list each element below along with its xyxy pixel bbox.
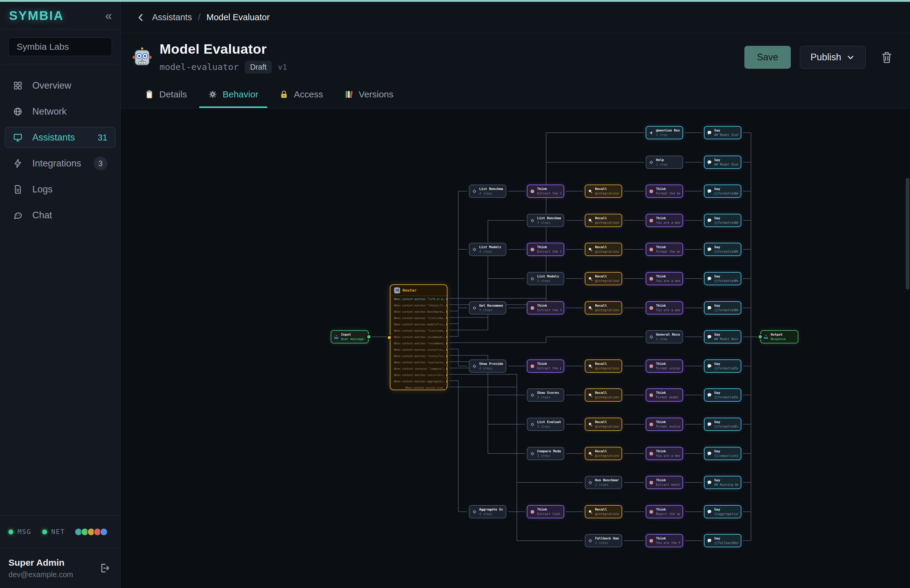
node-port[interactable] xyxy=(446,367,447,370)
flow-node-aggregate-scores-say[interactable]: Say{{aggregationR… xyxy=(704,505,742,519)
save-button[interactable]: Save xyxy=(744,46,791,69)
flow-node-list-benchmarks-recall[interactable]: Recall@integrations.… xyxy=(585,184,622,198)
node-port[interactable] xyxy=(446,342,447,345)
flow-node-aggregate-scores-think[interactable]: ThinkExtract task t… xyxy=(527,505,564,519)
sidebar-item-assistants[interactable]: Assistants31 xyxy=(5,127,115,148)
publish-button[interactable]: Publish xyxy=(800,46,866,69)
flow-node-run-benchmark-say[interactable]: Say## Running Ben… xyxy=(704,476,742,489)
flow-node-show-providers-think[interactable]: ThinkExtract the pr… xyxy=(527,359,564,373)
tab-details[interactable]: Details xyxy=(136,81,196,107)
logout-icon[interactable] xyxy=(99,562,110,574)
flow-node-get-recommendation-think[interactable]: ThinkYou are a mode… xyxy=(646,301,683,315)
flow-node-show-providers-think[interactable]: ThinkFormat scores … xyxy=(646,359,683,373)
flow-node-list-models-think[interactable]: ThinkYou are a mode… xyxy=(646,272,683,285)
flow-node-input[interactable]: InputUser message xyxy=(331,330,369,344)
flow-node-list-models-for[interactable]: List Models f…4 steps xyxy=(469,243,506,256)
flow-node-list-models-recall[interactable]: Recall@integrations.… xyxy=(585,272,622,285)
flow-node-mention-response[interactable]: @mention Resp…1 step xyxy=(646,126,683,139)
flow-node-list-models-say[interactable]: Say{{formattedMod… xyxy=(704,272,742,285)
flow-node-list-benchmarks-all[interactable]: List Benchmar…3 steps xyxy=(527,214,564,227)
tab-behavior[interactable]: Behavior xyxy=(199,81,267,107)
flow-node-router[interactable]: RouterWhen content matches ^\s*$ or m…Wh… xyxy=(390,284,447,390)
node-port[interactable] xyxy=(446,297,447,300)
flow-node-list-models-for-think[interactable]: ThinkExtract the ta… xyxy=(527,243,564,256)
flow-canvas[interactable]: InputUser messageOutputResponse@mention … xyxy=(121,108,910,588)
sidebar-item-chat[interactable]: Chat xyxy=(5,205,115,226)
flow-node-fallback-handler-say[interactable]: Say{{fallbackResp… xyxy=(704,534,742,547)
flow-node-list-models-for-recall[interactable]: Recall@integrations.… xyxy=(585,243,622,256)
node-port[interactable] xyxy=(446,323,447,326)
flow-node-list-benchmarks-all-recall[interactable]: Recall@integrations.… xyxy=(585,214,622,227)
flow-node-fallback-handler[interactable]: Fallback Hand…2 steps xyxy=(585,534,622,547)
assistant-slug: model-evaluator xyxy=(160,62,239,72)
flow-node-show-providers[interactable]: Show Provider…4 steps xyxy=(469,359,506,373)
flow-node-help-say[interactable]: Say## Model Evalu… xyxy=(704,156,742,169)
flow-node-get-recommendation-recall[interactable]: Recall@integrations.… xyxy=(585,301,622,315)
workspace-selector[interactable]: Symbia Labs xyxy=(8,37,112,56)
breadcrumb-assistants[interactable]: Assistants xyxy=(152,12,192,22)
tab-versions[interactable]: Versions xyxy=(335,81,403,107)
node-port[interactable] xyxy=(446,386,447,389)
flow-node-compare-models-think[interactable]: ThinkYou are a mode… xyxy=(646,447,683,460)
flow-node-show-scores-say[interactable]: Say{{formattedSco… xyxy=(704,388,742,402)
flow-node-run-benchmark[interactable]: Run Benchmark2 steps xyxy=(585,476,622,489)
flow-node-show-providers-recall[interactable]: Recall@integrations.… xyxy=(585,359,622,373)
delete-icon[interactable] xyxy=(880,51,894,64)
flow-node-show-scores-think[interactable]: ThinkFormat model s… xyxy=(646,388,683,402)
node-port[interactable] xyxy=(446,335,447,339)
node-port[interactable] xyxy=(446,348,447,351)
node-port[interactable] xyxy=(446,329,447,332)
sidebar-item-overview[interactable]: Overview xyxy=(5,75,115,96)
flow-node-aggregate-scores[interactable]: Aggregate Sco…4 steps xyxy=(469,505,506,519)
flow-node-mention-response-say[interactable]: Say## Model Evalu… xyxy=(704,126,742,139)
flow-node-list-models-for-say[interactable]: Say{{formattedMod… xyxy=(704,243,742,256)
flow-node-get-recommendation-say[interactable]: Say{{formattedRec… xyxy=(704,301,742,315)
flow-node-list-models[interactable]: List Models3 steps xyxy=(527,272,564,285)
flow-node-output[interactable]: OutputResponse xyxy=(760,330,798,344)
flow-node-list-benchmarks-think[interactable]: ThinkFormat the ben… xyxy=(646,184,683,198)
node-port[interactable] xyxy=(446,316,447,320)
canvas-scrollbar[interactable] xyxy=(906,178,909,289)
node-port[interactable] xyxy=(446,304,447,307)
theme-palette-dots[interactable] xyxy=(76,528,108,536)
flow-node-get-recommendation-think[interactable]: ThinkExtract the ta… xyxy=(527,301,564,315)
flow-node-list-models-for-think[interactable]: ThinkFormat the mod… xyxy=(646,243,683,256)
flow-node-help[interactable]: Help1 step xyxy=(646,156,683,169)
node-port[interactable] xyxy=(446,373,447,376)
node-port[interactable] xyxy=(446,354,447,358)
flow-node-show-scores[interactable]: Show Scores3 steps xyxy=(527,388,564,402)
node-port[interactable] xyxy=(367,335,371,339)
flow-node-list-benchmarks-all-think[interactable]: ThinkYou are a mode… xyxy=(646,214,683,227)
flow-node-compare-models-say[interactable]: Say{{comparison}} xyxy=(704,447,742,460)
flow-node-list-benchmarks-all-say[interactable]: Say{{formattedBen… xyxy=(704,214,742,227)
sidebar-collapse-icon[interactable]: « xyxy=(105,10,112,22)
flow-node-compare-models-recall[interactable]: Recall@integrations.… xyxy=(585,447,622,460)
flow-node-list-benchmarks-say[interactable]: Say{{formattedBen… xyxy=(704,184,742,198)
tab-access[interactable]: Access xyxy=(270,81,332,107)
node-port[interactable] xyxy=(446,361,447,364)
flow-node-aggregate-scores-recall[interactable]: Recall@integrations.… xyxy=(585,505,622,519)
flow-node-get-recommendation[interactable]: Get Recommend…4 steps xyxy=(469,301,506,315)
sidebar-item-network[interactable]: Network xyxy=(5,101,115,122)
flow-node-list-benchmarks-think[interactable]: ThinkExtract the ta… xyxy=(527,184,564,198)
node-port[interactable] xyxy=(388,336,391,339)
flow-node-list-evaluations-say[interactable]: Say{{formattedEva… xyxy=(704,418,742,431)
flow-node-general-recommendation-say[interactable]: Say## Model Recom… xyxy=(704,330,742,344)
sidebar-item-integrations[interactable]: Integrations3 xyxy=(5,153,115,174)
flow-node-compare-models[interactable]: Compare Models3 steps xyxy=(527,447,564,460)
flow-node-show-scores-recall[interactable]: Recall@integrations.… xyxy=(585,388,622,402)
flow-node-list-evaluations-think[interactable]: ThinkFormat evaluat… xyxy=(646,418,683,431)
flow-node-fallback-handler-think[interactable]: ThinkYou are the Mo… xyxy=(646,534,683,547)
flow-node-list-evaluations-recall[interactable]: Recall@integrations.… xyxy=(585,418,622,431)
flow-node-list-evaluations[interactable]: List Evaluati…3 steps xyxy=(527,418,564,431)
flow-node-aggregate-scores-think[interactable]: ThinkReport the agg… xyxy=(646,505,683,519)
sidebar-item-logs[interactable]: Logs xyxy=(5,179,115,200)
flow-node-general-recommendation[interactable]: General Recom…1 step xyxy=(646,330,683,344)
node-port[interactable] xyxy=(759,335,762,339)
flow-node-run-benchmark-think[interactable]: ThinkExtract benchm… xyxy=(646,476,683,489)
flow-node-show-providers-say[interactable]: Say{{formattedSco… xyxy=(704,359,742,373)
back-chevron-icon[interactable] xyxy=(136,12,146,23)
node-port[interactable] xyxy=(446,310,447,313)
node-port[interactable] xyxy=(446,380,447,383)
flow-node-list-benchmarks[interactable]: List Benchmar…4 steps xyxy=(469,184,506,198)
